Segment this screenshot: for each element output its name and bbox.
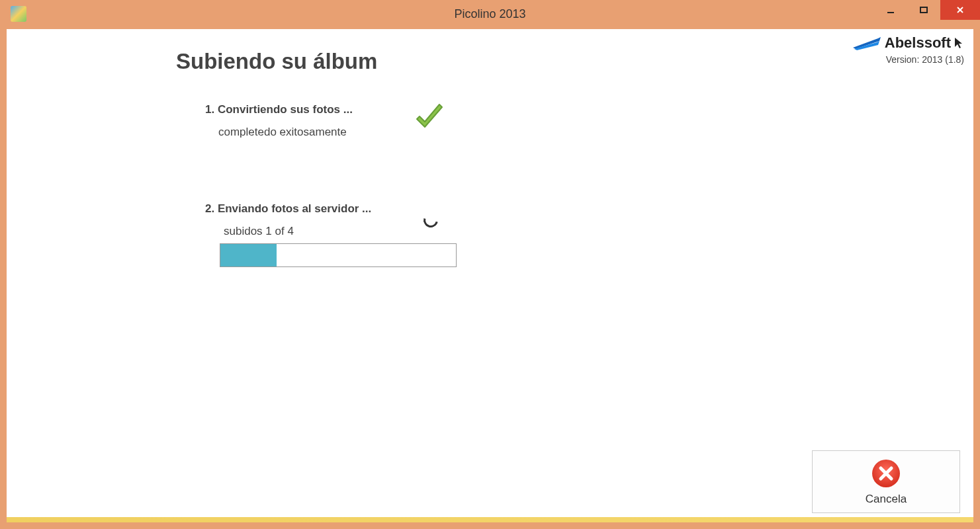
spinner-icon [421, 210, 441, 230]
cancel-label: Cancela [866, 493, 907, 506]
cancel-icon [871, 458, 901, 489]
brand-swoosh-icon [852, 36, 882, 50]
titlebar[interactable]: Picolino 2013 [0, 0, 980, 28]
step-1: 1. Convirtiendo sus fotos ... completedo… [205, 103, 353, 139]
step-2-status: subidos 1 of 4 [224, 225, 371, 238]
progress-bar [220, 243, 457, 267]
brand-block: Abelssoft Version: 2013 (1.8) [852, 34, 964, 65]
brand-name: Abelssoft [885, 34, 951, 52]
progress-fill [220, 244, 277, 266]
minimize-button[interactable] [874, 0, 907, 20]
step-2-title: 2. Enviando fotos al servidor ... [205, 202, 371, 216]
client-area: Abelssoft Version: 2013 (1.8) Subiendo s… [7, 29, 973, 522]
brand-logo: Abelssoft [852, 34, 964, 52]
bottom-accent [7, 517, 973, 522]
window-title: Picolino 2013 [454, 7, 525, 21]
app-icon [11, 6, 26, 22]
close-button[interactable] [940, 0, 980, 20]
window-controls [874, 0, 980, 21]
checkmark-icon [410, 99, 447, 136]
step-1-status: completedo exitosamente [218, 126, 353, 139]
maximize-button[interactable] [907, 0, 940, 20]
step-1-title: 1. Convirtiendo sus fotos ... [205, 103, 353, 116]
svg-rect-1 [920, 7, 927, 13]
cursor-icon [954, 36, 964, 50]
cancel-button[interactable]: Cancela [812, 450, 960, 513]
version-label: Version: 2013 (1.8) [852, 54, 964, 65]
page-heading: Subiendo su álbum [176, 49, 377, 74]
step-2: 2. Enviando fotos al servidor ... subido… [205, 202, 371, 238]
